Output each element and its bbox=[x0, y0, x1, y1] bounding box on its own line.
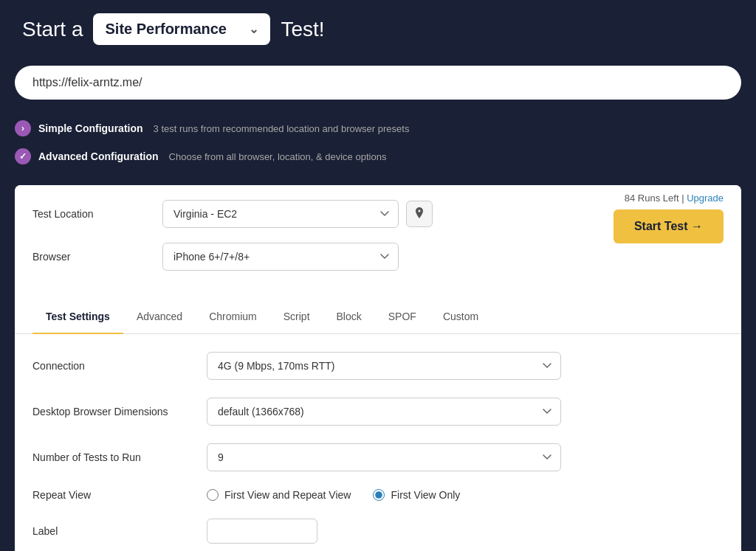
tab-custom[interactable]: Custom bbox=[430, 300, 492, 334]
advanced-config-desc: Choose from all browser, location, & dev… bbox=[169, 151, 387, 162]
right-action-panel: 84 Runs Left | Upgrade Start Test → bbox=[614, 193, 724, 243]
tab-script[interactable]: Script bbox=[270, 300, 323, 334]
repeat-view-option1[interactable]: First View and Repeat View bbox=[207, 489, 351, 501]
tab-block[interactable]: Block bbox=[323, 300, 375, 334]
chevron-down-icon: ⌄ bbox=[249, 22, 258, 36]
main-content: 84 Runs Left | Upgrade Start Test → Test… bbox=[15, 185, 741, 551]
browser-select[interactable]: iPhone 6+/7+/8+ bbox=[162, 243, 399, 271]
tab-advanced[interactable]: Advanced bbox=[123, 300, 196, 334]
label-input[interactable] bbox=[207, 519, 317, 544]
upgrade-link[interactable]: Upgrade bbox=[687, 193, 724, 204]
desktop-dimensions-row: Desktop Browser Dimensions default (1366… bbox=[32, 398, 724, 426]
advanced-config-icon: ✓ bbox=[15, 148, 31, 164]
simple-config-desc: 3 test runs from recommended location an… bbox=[154, 123, 410, 134]
simple-config-icon: › bbox=[15, 120, 31, 136]
map-pin-icon-button[interactable] bbox=[406, 201, 433, 227]
config-options: › Simple Configuration 3 test runs from … bbox=[0, 111, 756, 173]
url-bar-container bbox=[15, 66, 741, 100]
header-start-text: Start a bbox=[22, 18, 83, 41]
connection-label: Connection bbox=[32, 360, 195, 372]
tabs-bar: Test Settings Advanced Chromium Script B… bbox=[15, 300, 741, 334]
num-tests-label: Number of Tests to Run bbox=[32, 451, 195, 463]
browser-row: Browser iPhone 6+/7+/8+ bbox=[32, 243, 724, 271]
page-header: Start a Site Performance ⌄ Test! bbox=[0, 0, 756, 58]
browser-label: Browser bbox=[32, 251, 151, 263]
tab-test-settings[interactable]: Test Settings bbox=[32, 300, 123, 334]
repeat-view-radio1[interactable] bbox=[207, 489, 219, 501]
label-field-label: Label bbox=[32, 525, 195, 537]
url-input[interactable] bbox=[32, 76, 724, 89]
repeat-view-label: Repeat View bbox=[32, 489, 195, 501]
num-tests-select[interactable]: 9 bbox=[207, 443, 561, 471]
start-test-button[interactable]: Start Test → bbox=[614, 209, 724, 243]
test-type-dropdown[interactable]: Site Performance ⌄ bbox=[93, 13, 270, 45]
runs-left-text: 84 Runs Left | Upgrade bbox=[614, 193, 724, 204]
settings-content: Connection 4G (9 Mbps, 170ms RTT) Deskto… bbox=[15, 334, 741, 551]
connection-select[interactable]: 4G (9 Mbps, 170ms RTT) bbox=[207, 352, 561, 380]
label-control bbox=[207, 519, 561, 544]
repeat-view-option2-label: First View Only bbox=[391, 489, 460, 501]
repeat-view-row: Repeat View First View and Repeat View F… bbox=[32, 489, 724, 501]
tab-spof[interactable]: SPOF bbox=[375, 300, 430, 334]
desktop-dimensions-select[interactable]: default (1366x768) bbox=[207, 398, 561, 426]
desktop-dimensions-label: Desktop Browser Dimensions bbox=[32, 406, 195, 417]
advanced-config-toggle[interactable]: ✓ Advanced Configuration Choose from all… bbox=[15, 142, 741, 170]
repeat-view-radio2[interactable] bbox=[373, 489, 385, 501]
num-tests-control: 9 bbox=[207, 443, 561, 471]
test-type-label: Site Performance bbox=[105, 21, 227, 38]
connection-control: 4G (9 Mbps, 170ms RTT) bbox=[207, 352, 561, 380]
label-row: Label bbox=[32, 519, 724, 544]
header-test-text: Test! bbox=[281, 18, 324, 41]
test-location-label: Test Location bbox=[32, 208, 151, 220]
repeat-view-radio-group: First View and Repeat View First View On… bbox=[207, 489, 724, 501]
tab-chromium[interactable]: Chromium bbox=[196, 300, 270, 334]
desktop-dimensions-control: default (1366x768) bbox=[207, 398, 561, 426]
num-tests-row: Number of Tests to Run 9 bbox=[32, 443, 724, 471]
simple-config-label: Simple Configuration bbox=[38, 122, 143, 134]
advanced-config-label: Advanced Configuration bbox=[38, 150, 159, 162]
test-location-select[interactable]: Virginia - EC2 bbox=[162, 200, 399, 228]
advanced-config-section: 84 Runs Left | Upgrade Start Test → Test… bbox=[15, 185, 741, 300]
repeat-view-option2[interactable]: First View Only bbox=[373, 489, 460, 501]
simple-config-toggle[interactable]: › Simple Configuration 3 test runs from … bbox=[15, 114, 741, 142]
browser-controls: iPhone 6+/7+/8+ bbox=[162, 243, 724, 271]
connection-row: Connection 4G (9 Mbps, 170ms RTT) bbox=[32, 352, 724, 380]
repeat-view-option1-label: First View and Repeat View bbox=[224, 489, 351, 501]
